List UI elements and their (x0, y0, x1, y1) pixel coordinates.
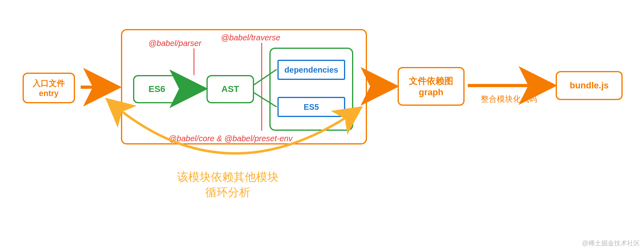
entry-line1: 入口文件 (33, 78, 65, 89)
arrow-caption: 整合模块化代码 (481, 94, 537, 105)
es5-box: ES5 (277, 97, 345, 117)
loop-line1: 该模块依赖其他模块 (167, 169, 288, 185)
es6-box: ES6 (133, 75, 181, 103)
diagram-canvas: 入口文件 entry ES6 AST dependencies ES5 @bab… (0, 0, 644, 251)
parser-label: @babel/parser (148, 39, 201, 48)
watermark: @稀土掘金技术社区 (582, 239, 640, 248)
graph-line2: graph (419, 87, 443, 98)
dependencies-box: dependencies (277, 60, 345, 80)
entry-line2: entry (39, 89, 59, 98)
loop-line2: 循环分析 (167, 185, 288, 200)
graph-line1: 文件依赖图 (409, 75, 453, 87)
bundle-label: bundle.js (570, 80, 609, 91)
es6-label: ES6 (148, 84, 165, 94)
entry-box: 入口文件 entry (23, 73, 75, 103)
loop-caption: 该模块依赖其他模块 循环分析 (167, 169, 288, 200)
parser-line (194, 48, 194, 75)
core-label: @babel/core & @babel/preset-env (169, 134, 292, 143)
es5-label: ES5 (304, 102, 319, 112)
ast-label: AST (221, 84, 239, 94)
traverse-label: @babel/traverse (221, 33, 280, 42)
traverse-line (261, 43, 262, 131)
ast-box: AST (206, 75, 254, 103)
graph-box: 文件依赖图 graph (398, 67, 465, 106)
dependencies-label: dependencies (284, 65, 338, 75)
bundle-box: bundle.js (556, 71, 623, 100)
